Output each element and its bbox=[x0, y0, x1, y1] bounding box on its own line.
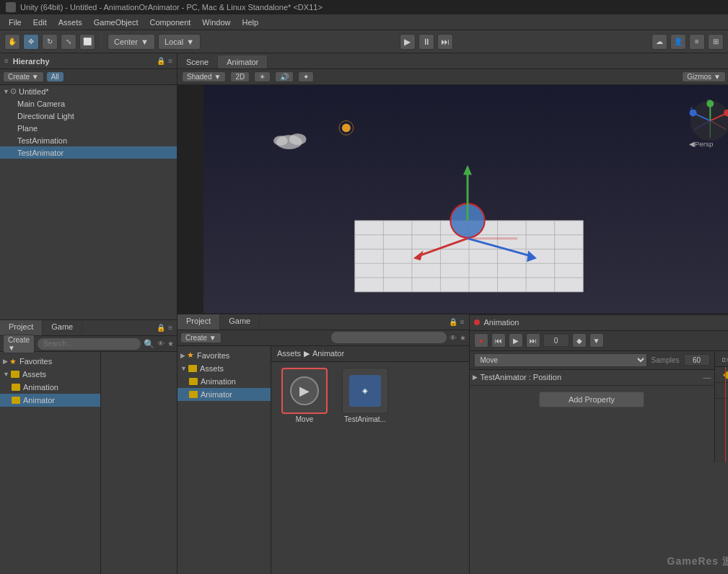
hier-item-test-animation[interactable]: TestAnimation bbox=[0, 134, 177, 146]
anim-prev-key-button[interactable]: ⏮ bbox=[491, 333, 506, 348]
cloud-button[interactable]: ☁ bbox=[652, 34, 667, 50]
assets-create-button[interactable]: Create ▼ bbox=[180, 332, 222, 343]
hier-item-untitled[interactable]: ▼ ⊙ Untitled* bbox=[0, 85, 177, 97]
hier-item-plane[interactable]: Plane bbox=[0, 122, 177, 134]
tab-game[interactable]: Game bbox=[43, 320, 82, 335]
anim-play-button[interactable]: ▶ bbox=[509, 333, 523, 348]
assets-search-input[interactable] bbox=[331, 332, 447, 343]
tab-project[interactable]: Project bbox=[0, 320, 43, 335]
anim-next-key-button[interactable]: ⏭ bbox=[526, 333, 540, 348]
fav-arrow-icon: ▶ bbox=[180, 352, 185, 359]
hierarchy-drag-icon: ≡ bbox=[4, 57, 9, 65]
assets-project-tab[interactable]: Project bbox=[177, 314, 220, 330]
proj-folder-animation[interactable]: Animation bbox=[0, 381, 100, 394]
fx-toggle[interactable]: ✦ bbox=[298, 71, 314, 82]
menu-file[interactable]: File bbox=[3, 17, 27, 28]
hierarchy-create-button[interactable]: Create ▼ bbox=[3, 71, 44, 82]
asset-item-testanimator[interactable]: ◈ TestAnimat... bbox=[338, 368, 392, 423]
anim-frame-input[interactable] bbox=[543, 334, 569, 347]
add-property-button[interactable]: Add Property bbox=[539, 392, 644, 407]
fav-star-icon: ★ bbox=[187, 350, 194, 360]
breadcrumb-animator[interactable]: Animator bbox=[312, 349, 344, 358]
account-button[interactable]: 👤 bbox=[670, 34, 686, 50]
shading-label: Shaded bbox=[187, 73, 211, 81]
hierarchy-lock-icon[interactable]: 🔒 bbox=[157, 57, 165, 65]
menu-help[interactable]: Help bbox=[236, 17, 264, 28]
anim-clip-select[interactable]: Move bbox=[474, 353, 647, 367]
assets-animator-folder[interactable]: Animator bbox=[177, 388, 271, 401]
space-toggle[interactable]: Local ▼ bbox=[158, 34, 201, 50]
proj-folder-assets[interactable]: ▼ Assets bbox=[0, 368, 100, 381]
app-icon bbox=[6, 2, 16, 12]
favorites-arrow-icon: ▶ bbox=[3, 358, 8, 365]
rect-tool-button[interactable]: ⬜ bbox=[79, 34, 95, 50]
anim-add-event-button[interactable]: ▼ bbox=[589, 333, 604, 348]
assets-lock-icon[interactable]: 🔒 bbox=[449, 318, 457, 326]
gizmos-dropdown[interactable]: Gizmos▼ bbox=[682, 71, 726, 82]
assets-favorites-folder[interactable]: ▶ ★ Favorites bbox=[177, 349, 271, 362]
menu-component[interactable]: Component bbox=[144, 17, 196, 28]
hierarchy-toolbar: Create ▼ All bbox=[0, 69, 177, 85]
shading-dropdown[interactable]: Shaded▼ bbox=[182, 71, 226, 82]
anim-add-keyframe-button[interactable]: ◆ bbox=[572, 333, 587, 348]
hierarchy-all-button[interactable]: All bbox=[47, 72, 63, 81]
scene-toolbar: Shaded▼ 2D ☀ 🔊 ✦ Gizmos▼ All▼ bbox=[177, 69, 728, 85]
tab-animator[interactable]: Animator bbox=[218, 56, 268, 69]
2d-label: 2D bbox=[235, 73, 245, 81]
layers-button[interactable]: ≡ bbox=[689, 34, 705, 50]
anim-footer: GameRes 游资网 bbox=[470, 462, 728, 574]
assets-eye-icon[interactable]: 👁 bbox=[449, 334, 457, 342]
project-search-input[interactable] bbox=[38, 338, 141, 350]
layout-button[interactable]: ⊞ bbox=[708, 34, 724, 50]
assets-create-label: Create bbox=[185, 334, 207, 342]
hier-item-main-camera[interactable]: Main Camera bbox=[0, 97, 177, 110]
hierarchy-menu-icon[interactable]: ≡ bbox=[168, 57, 172, 65]
2d-toggle[interactable]: 2D bbox=[230, 71, 250, 82]
tab-project-label: Project bbox=[9, 322, 33, 331]
assets-folder-root[interactable]: ▼ Assets bbox=[177, 362, 271, 375]
menu-edit[interactable]: Edit bbox=[27, 17, 53, 28]
asset-item-move[interactable]: ▶ Move bbox=[277, 368, 332, 423]
hier-name-test-animator: TestAnimator bbox=[17, 149, 177, 157]
anim-samples-input[interactable] bbox=[684, 354, 710, 366]
menu-gameobject[interactable]: GameObject bbox=[88, 17, 144, 28]
anim-panel-header: Animation bbox=[470, 315, 728, 331]
anim-panel-title: Animation bbox=[484, 318, 519, 327]
pivot-toggle[interactable]: Center ▼ bbox=[108, 34, 155, 50]
project-star-icon[interactable]: ★ bbox=[167, 340, 174, 348]
menu-window[interactable]: Window bbox=[196, 17, 236, 28]
asset-label-testanimator: TestAnimat... bbox=[344, 415, 386, 423]
proj-folder-favorites[interactable]: ▶ ★ Favorites bbox=[0, 355, 100, 368]
assets-menu-icon[interactable]: ≡ bbox=[460, 318, 465, 326]
step-button[interactable]: ⏭ bbox=[437, 34, 453, 50]
prop-row-position[interactable]: ▶ TestAnimator : Position — bbox=[470, 370, 714, 386]
hand-tool-button[interactable]: ✋ bbox=[4, 34, 20, 50]
assets-game-tab[interactable]: Game bbox=[220, 314, 260, 330]
hierarchy-title: Hierarchy bbox=[13, 57, 50, 66]
project-menu-icon[interactable]: ≡ bbox=[168, 324, 172, 332]
anim-record-button[interactable]: ● bbox=[474, 333, 488, 348]
breadcrumb-assets[interactable]: Assets bbox=[277, 349, 301, 358]
scene-view[interactable]: x y z ◀Persp bbox=[177, 85, 728, 314]
scale-tool-button[interactable]: ⤡ bbox=[61, 34, 76, 50]
title-bar: Unity (64bit) - Untitled - AnimationOrAn… bbox=[0, 0, 728, 14]
rotate-tool-button[interactable]: ↻ bbox=[42, 34, 58, 50]
assets-animation-folder[interactable]: Animation bbox=[177, 375, 271, 388]
hier-item-test-animator[interactable]: TestAnimator bbox=[0, 146, 177, 159]
lights-toggle[interactable]: ☀ bbox=[254, 71, 271, 82]
hier-item-directional-light[interactable]: Directional Light bbox=[0, 110, 177, 122]
play-button[interactable]: ▶ bbox=[400, 34, 416, 50]
move-tool-button[interactable]: ✥ bbox=[23, 34, 39, 50]
project-create-button[interactable]: Create ▼ bbox=[3, 335, 35, 353]
audio-toggle[interactable]: 🔊 bbox=[275, 71, 294, 82]
tab-scene[interactable]: Scene bbox=[177, 56, 218, 69]
project-eye-icon[interactable]: 👁 bbox=[157, 340, 165, 348]
project-lock-icon[interactable]: 🔒 bbox=[157, 324, 165, 332]
pause-button[interactable]: ⏸ bbox=[418, 34, 434, 50]
anim-playhead[interactable] bbox=[725, 367, 726, 463]
assets-star-icon[interactable]: ★ bbox=[460, 334, 466, 342]
proj-folder-animator[interactable]: Animator bbox=[0, 394, 100, 407]
view-tabs: Scene Animator bbox=[177, 53, 728, 69]
animator-label: Animator bbox=[23, 396, 55, 405]
menu-assets[interactable]: Assets bbox=[53, 17, 88, 28]
